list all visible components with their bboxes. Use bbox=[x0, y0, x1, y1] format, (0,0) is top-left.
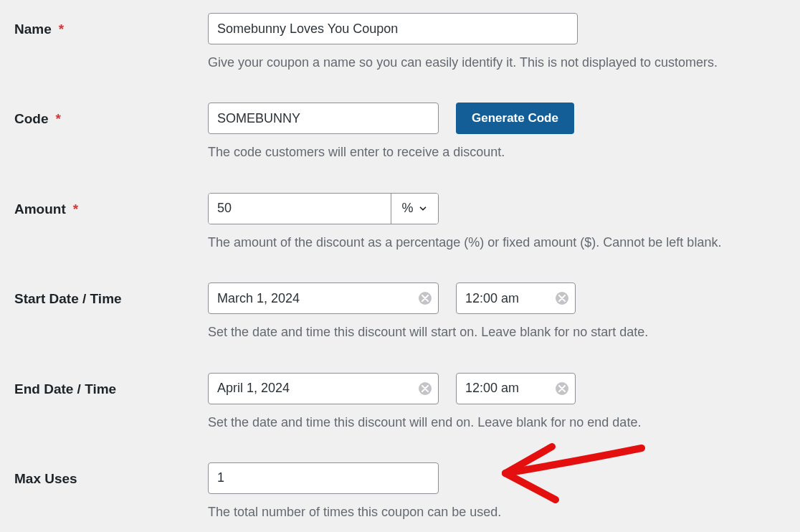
end-date-wrap bbox=[208, 373, 439, 404]
clear-start-date-button[interactable] bbox=[419, 292, 432, 305]
maxuses-input[interactable] bbox=[208, 462, 439, 494]
required-marker: * bbox=[56, 111, 61, 127]
row-start: Start Date / Time Set the date and time … bbox=[14, 282, 786, 341]
label-amount: Amount * bbox=[14, 193, 208, 217]
amount-group: % bbox=[208, 193, 439, 224]
label-end-text: End Date / Time bbox=[14, 381, 116, 397]
end-dt-row bbox=[208, 373, 786, 404]
label-maxuses: Max Uses bbox=[14, 462, 208, 487]
field-name: Give your coupon a name so you can easil… bbox=[208, 13, 786, 71]
amount-unit-value: % bbox=[401, 201, 413, 216]
row-name: Name * Give your coupon a name so you ca… bbox=[14, 13, 786, 71]
required-marker: * bbox=[73, 201, 78, 217]
start-date-input[interactable] bbox=[208, 282, 439, 314]
end-time-wrap bbox=[456, 373, 576, 404]
field-start: Set the date and time this discount will… bbox=[208, 282, 786, 341]
help-code: The code customers will enter to receive… bbox=[208, 144, 786, 161]
coupon-form: Name * Give your coupon a name so you ca… bbox=[0, 0, 800, 521]
code-row: Generate Code bbox=[208, 103, 786, 134]
start-date-wrap bbox=[208, 282, 439, 314]
start-time-wrap bbox=[456, 282, 576, 314]
row-code: Code * Generate Code The code customers … bbox=[14, 103, 786, 161]
label-name-text: Name bbox=[14, 22, 52, 37]
label-start-text: Start Date / Time bbox=[14, 291, 122, 307]
label-amount-text: Amount bbox=[14, 201, 66, 217]
amount-unit-select[interactable]: % bbox=[391, 194, 438, 224]
label-start: Start Date / Time bbox=[14, 282, 208, 307]
help-end: Set the date and time this discount will… bbox=[208, 414, 786, 431]
field-code: Generate Code The code customers will en… bbox=[208, 103, 786, 161]
required-marker: * bbox=[59, 22, 64, 37]
clear-end-date-button[interactable] bbox=[419, 382, 432, 395]
row-amount: Amount * % The amount of the discount as… bbox=[14, 193, 786, 251]
help-amount: The amount of the discount as a percenta… bbox=[208, 234, 786, 251]
label-end: End Date / Time bbox=[14, 373, 208, 397]
chevron-down-icon bbox=[418, 204, 428, 214]
generate-code-button[interactable]: Generate Code bbox=[456, 103, 574, 134]
label-code-text: Code bbox=[14, 111, 49, 127]
clear-start-time-button[interactable] bbox=[556, 292, 568, 305]
name-input[interactable] bbox=[208, 13, 578, 44]
help-start: Set the date and time this discount will… bbox=[208, 324, 786, 341]
code-input[interactable] bbox=[208, 103, 439, 134]
help-maxuses: The total number of times this coupon ca… bbox=[208, 504, 786, 521]
clear-end-time-button[interactable] bbox=[556, 382, 568, 395]
field-amount: % The amount of the discount as a percen… bbox=[208, 193, 786, 251]
label-code: Code * bbox=[14, 103, 208, 127]
row-maxuses: Max Uses The total number of times this … bbox=[14, 462, 786, 521]
field-maxuses: The total number of times this coupon ca… bbox=[208, 462, 786, 521]
row-end: End Date / Time Set the date and time th… bbox=[14, 373, 786, 431]
help-name: Give your coupon a name so you can easil… bbox=[208, 54, 786, 71]
field-end: Set the date and time this discount will… bbox=[208, 373, 786, 431]
label-maxuses-text: Max Uses bbox=[14, 471, 77, 487]
end-date-input[interactable] bbox=[208, 373, 439, 404]
amount-input[interactable] bbox=[209, 194, 391, 224]
label-name: Name * bbox=[14, 13, 208, 37]
start-dt-row bbox=[208, 282, 786, 314]
